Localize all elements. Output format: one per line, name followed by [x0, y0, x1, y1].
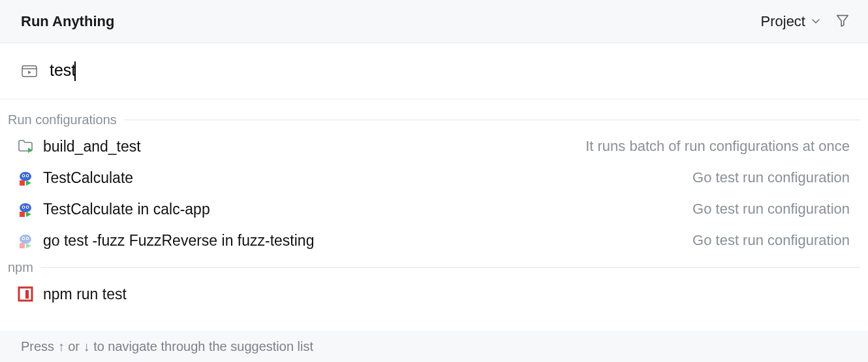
- section-title: Run configurations: [8, 112, 117, 127]
- result-desc: Go test run configuration: [692, 201, 850, 218]
- svg-marker-10: [26, 180, 31, 186]
- scope-label: Project: [761, 13, 805, 30]
- result-row[interactable]: TestCalculate in calc-app Go test run co…: [0, 193, 868, 225]
- section-header-run-configs: Run configurations: [0, 108, 868, 131]
- scope-selector[interactable]: Project: [761, 13, 821, 30]
- svg-rect-26: [25, 290, 29, 299]
- svg-point-14: [23, 206, 24, 208]
- result-label: go test -fuzz FuzzReverse in fuzz-testin…: [43, 232, 683, 250]
- result-desc: Go test run configuration: [692, 232, 850, 249]
- result-label: build_and_test: [43, 138, 576, 156]
- result-desc: It runs batch of run configurations at o…: [585, 138, 850, 155]
- go-test-icon: [17, 169, 34, 186]
- svg-rect-9: [20, 180, 25, 186]
- go-test-dim-icon: [17, 232, 34, 249]
- svg-point-15: [27, 206, 28, 208]
- result-label: TestCalculate: [43, 169, 683, 187]
- svg-point-22: [27, 238, 28, 239]
- results-body: Run configurations build_and_test It run…: [0, 99, 868, 331]
- chevron-down-icon: [811, 13, 821, 30]
- search-value: test: [50, 61, 76, 79]
- result-row[interactable]: TestCalculate Go test run configuration: [0, 162, 868, 193]
- result-row[interactable]: go test -fuzz FuzzReverse in fuzz-testin…: [0, 225, 868, 256]
- svg-marker-24: [26, 243, 31, 248]
- result-desc: Go test run configuration: [692, 169, 850, 186]
- search-bar: test: [0, 43, 868, 99]
- run-prompt-icon: [21, 64, 38, 78]
- svg-point-18: [20, 235, 31, 244]
- svg-rect-0: [22, 65, 37, 76]
- svg-rect-23: [20, 243, 25, 248]
- section-header-npm: npm: [0, 256, 868, 278]
- go-test-icon: [17, 201, 34, 218]
- svg-point-11: [20, 203, 31, 212]
- svg-point-7: [23, 175, 24, 176]
- text-caret: [74, 61, 76, 81]
- result-label: npm run test: [43, 286, 841, 303]
- search-input[interactable]: test: [50, 61, 847, 81]
- svg-marker-17: [26, 212, 31, 217]
- footer-hint: Press ↑ or ↓ to navigate through the sug…: [21, 339, 313, 354]
- dialog-title: Run Anything: [21, 13, 114, 30]
- filter-button[interactable]: [835, 13, 850, 30]
- npm-icon: [17, 286, 34, 303]
- section-title: npm: [8, 260, 33, 275]
- svg-point-21: [23, 238, 24, 239]
- svg-point-4: [20, 172, 31, 181]
- result-row[interactable]: npm run test: [0, 278, 868, 310]
- svg-rect-16: [20, 212, 25, 217]
- svg-point-8: [27, 175, 28, 176]
- result-row[interactable]: build_and_test It runs batch of run conf…: [0, 131, 868, 162]
- svg-marker-2: [28, 71, 31, 74]
- titlebar: Run Anything Project: [0, 0, 868, 43]
- footer-hint-bar: Press ↑ or ↓ to navigate through the sug…: [0, 331, 868, 362]
- folder-run-icon: [17, 138, 34, 155]
- section-divider: [41, 267, 860, 268]
- section-divider: [125, 120, 860, 120]
- result-label: TestCalculate in calc-app: [43, 201, 683, 218]
- filter-icon: [835, 13, 850, 30]
